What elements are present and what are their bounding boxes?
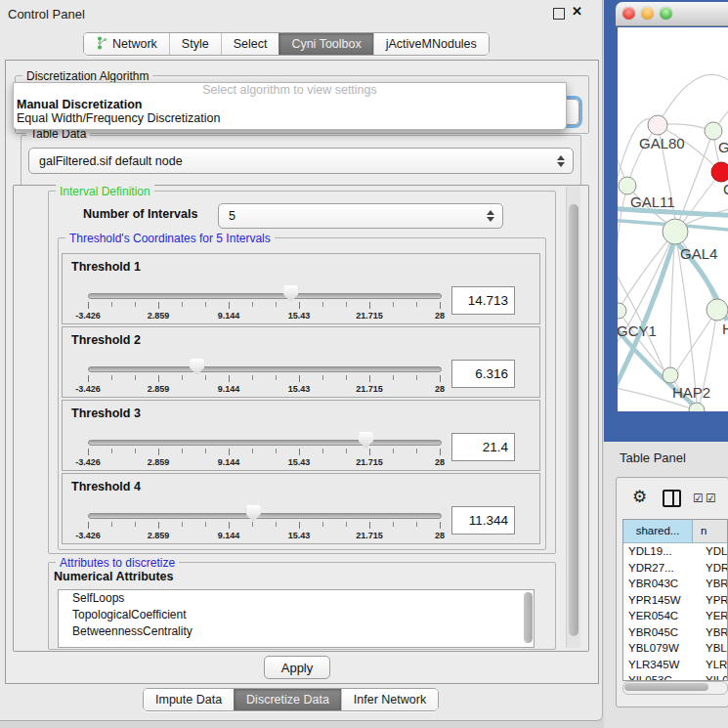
node-attribute-table[interactable]: shared... n YDL19...YDL1YDR27...YDR2YBR0… [622,519,728,681]
panel-scrollbar[interactable] [566,187,580,648]
slider-handle[interactable] [246,505,261,522]
network-canvas[interactable]: GAL80GACGAL11GAL4GCY1HHAP2 [618,27,728,411]
table-panel-dock: Table Panel ⚙ ☑ ☑ shared... n YDL19...YD… [604,442,728,728]
cell-shared-name[interactable]: YBR045C [623,624,698,641]
network-window-titlebar[interactable] [616,2,728,26]
tab-infer-network[interactable]: Infer Network [341,689,438,710]
slider-handle[interactable] [359,432,373,449]
cell-name[interactable]: YLR3 [698,657,727,673]
tab-label: Style [182,37,209,51]
close-traffic-light-icon[interactable] [622,7,635,20]
slider-track[interactable] [88,293,442,299]
cell-shared-name[interactable]: YBR043C [623,576,698,592]
dropdown-option-select-algorithm-to-view-settings[interactable]: Select algorithm to view settings [14,83,566,98]
list-scrollbar-thumb[interactable] [524,592,533,643]
table-row[interactable]: YIL053CYIL0 [623,672,727,681]
cell-name[interactable]: YDR2 [698,560,727,577]
network-node[interactable] [711,162,728,182]
slider-tick [158,302,159,309]
tab-cyni-toolbox[interactable]: Cyni Toolbox [278,33,372,55]
table-row[interactable]: YBL079WYBL0 [623,640,727,657]
table-horizontal-scrollbar[interactable] [622,681,728,695]
network-node[interactable] [663,367,678,383]
cell-name[interactable]: YIL0 [698,672,727,681]
table-row[interactable]: YBR045CYBR0 [623,624,727,641]
cell-name[interactable]: YPR1 [698,592,727,609]
network-node[interactable] [618,303,626,319]
cell-shared-name[interactable]: YDL19... [623,543,698,560]
tab-network[interactable]: Network [84,33,169,55]
checkbox-select-all-icon[interactable]: ☑ [706,492,716,505]
numerical-attributes-list[interactable]: SelfLoopsTopologicalCoefficientBetweenne… [58,589,535,648]
slider-tick [229,522,230,529]
network-node[interactable] [648,115,667,135]
table-data-combobox[interactable]: galFiltered.sif default node [28,148,574,174]
tab-select[interactable]: Select [221,33,279,55]
slider-track[interactable] [88,366,442,372]
cell-shared-name[interactable]: YIL053C [623,672,698,681]
network-node[interactable] [707,299,728,321]
cell-name[interactable]: YBL0 [698,640,727,657]
float-window-icon[interactable] [553,8,565,20]
tab-impute-data[interactable]: Impute Data [144,689,234,710]
dropdown-option-equal-width-frequency-discretization[interactable]: Equal Width/Frequency Discretization [14,111,566,125]
threshold-value-field[interactable] [451,506,515,535]
table-row[interactable]: YER054CYER0 [623,608,727,624]
split-columns-icon[interactable] [663,490,681,507]
cell-name[interactable]: YER0 [698,608,727,624]
zoom-traffic-light-icon[interactable] [660,7,672,20]
column-header-name[interactable]: n [693,520,727,542]
cell-name[interactable]: YBR0 [698,576,727,592]
apply-button[interactable]: Apply [264,656,330,679]
network-node[interactable] [705,122,722,140]
table-row[interactable]: YDL19...YDL1 [623,543,727,560]
number-of-intervals-combobox[interactable]: 5 [218,203,503,229]
dropdown-option-manual-discretization[interactable]: Manual Discretization [14,98,566,111]
cell-shared-name[interactable]: YLR345W [623,657,698,673]
slider-handle[interactable] [190,359,204,375]
slider-tick-label: 2.859 [129,531,188,540]
stepper-arrows-icon [556,155,565,167]
node-label-gal4: GAL4 [680,245,717,262]
tab-style[interactable]: Style [169,33,221,55]
cell-shared-name[interactable]: YER054C [623,608,698,624]
checkbox-select-icon[interactable]: ☑ [693,492,704,505]
table-row[interactable]: YLR345WYLR3 [623,657,727,673]
slider-tick [346,522,347,527]
cell-name[interactable]: YDL1 [698,543,727,560]
slider-track[interactable] [88,513,442,519]
slider-tick-label: 21.715 [340,384,399,394]
attribute-item-topologicalcoefficient[interactable]: TopologicalCoefficient [59,607,534,623]
network-node[interactable] [619,177,636,194]
column-header-shared-name[interactable]: shared... [623,520,693,542]
network-node[interactable] [663,219,688,244]
tab-label: Discretize Data [246,693,329,707]
cell-name[interactable]: YBR0 [698,624,727,641]
threshold-value-field[interactable] [451,433,515,461]
attribute-item-selfloops[interactable]: SelfLoops [59,590,534,607]
threshold-value-field[interactable] [451,286,515,315]
attribute-item-betweennesscentrality[interactable]: BetweennessCentrality [59,623,534,640]
minimize-traffic-light-icon[interactable] [641,7,654,20]
node-label-ga: GA [718,139,728,155]
tab-jactivemnodules[interactable]: jActiveMNodules [373,33,489,55]
gear-icon[interactable]: ⚙ [632,487,647,507]
cell-shared-name[interactable]: YBL079W [623,640,698,657]
tab-discretize-data[interactable]: Discretize Data [234,689,341,710]
slider-track[interactable] [88,440,442,446]
network-edge[interactable] [658,74,728,125]
panel-scrollbar-thumb[interactable] [569,204,578,636]
slider-tick-label: 9.144 [199,457,258,467]
cell-shared-name[interactable]: YPR145W [623,592,698,609]
table-row[interactable]: YPR145WYPR1 [623,592,727,609]
cell-shared-name[interactable]: YDR27... [623,560,698,577]
threshold-value-field[interactable] [451,360,515,388]
slider-handle[interactable] [283,285,298,302]
tab-label: Select [234,37,268,51]
table-hscrollbar-thumb[interactable] [624,683,708,691]
tab-label: Impute Data [155,693,222,707]
close-icon[interactable]: ✕ [572,4,582,19]
table-row[interactable]: YDR27...YDR2 [623,560,727,577]
slider-tick [276,302,277,307]
table-row[interactable]: YBR043CYBR0 [623,576,727,592]
